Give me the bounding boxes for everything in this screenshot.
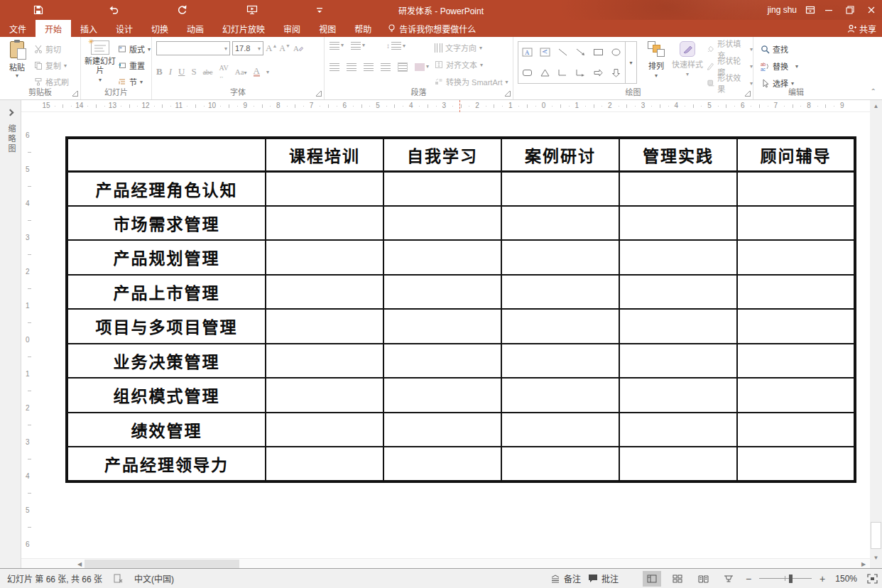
table-empty-cell[interactable]	[619, 309, 737, 344]
copy-button[interactable]: 复制 ▾	[34, 58, 69, 72]
table-empty-cell[interactable]	[737, 171, 855, 206]
table-row-label[interactable]: 业务决策管理	[67, 344, 266, 379]
table-row-label[interactable]: 产品经理角色认知	[67, 171, 266, 206]
fit-slide-to-window-icon[interactable]	[867, 574, 878, 584]
table-corner-cell[interactable]	[67, 138, 266, 171]
tab-开始[interactable]: 开始	[36, 20, 71, 37]
slideshow-view-button[interactable]	[719, 571, 738, 587]
table-empty-cell[interactable]	[737, 413, 855, 447]
table-empty-cell[interactable]	[737, 309, 855, 344]
font-color-dropdown[interactable]: ▾	[266, 69, 269, 75]
shape-fill-button[interactable]: 形状填充▾	[707, 42, 753, 56]
underline-button[interactable]: U	[178, 66, 185, 77]
save-icon[interactable]	[31, 3, 45, 17]
horizontal-scrollbar[interactable]: ◀ ▶	[21, 558, 870, 568]
table-empty-cell[interactable]	[501, 309, 619, 344]
scroll-right-icon[interactable]: ▶	[859, 559, 869, 569]
notes-button[interactable]: 备注	[550, 572, 581, 584]
tab-帮助[interactable]: 帮助	[345, 20, 381, 37]
table-empty-cell[interactable]	[266, 413, 383, 447]
align-left-button[interactable]	[330, 63, 339, 71]
comments-button[interactable]: 批注	[588, 572, 619, 584]
zoom-out-button[interactable]: −	[745, 573, 752, 584]
table-header-cell[interactable]: 管理实践	[619, 138, 737, 171]
strikethrough-button[interactable]: abc	[203, 68, 213, 76]
tab-动画[interactable]: 动画	[178, 20, 213, 37]
columns-button[interactable]	[398, 62, 408, 72]
table-empty-cell[interactable]	[737, 240, 855, 275]
zoom-slider[interactable]	[759, 571, 812, 587]
table-row-label[interactable]: 产品上市管理	[67, 275, 266, 310]
table-header-cell[interactable]: 课程培训	[266, 138, 383, 171]
tab-插入[interactable]: 插入	[71, 20, 107, 37]
bold-button[interactable]: B	[156, 66, 163, 77]
table-empty-cell[interactable]	[266, 344, 383, 379]
table-empty-cell[interactable]	[266, 275, 383, 310]
close-button[interactable]	[861, 0, 882, 20]
font-color-button[interactable]: A	[254, 67, 260, 77]
paste-button[interactable]: 粘贴 ▾	[4, 41, 30, 85]
table-empty-cell[interactable]	[501, 171, 619, 206]
tab-视图[interactable]: 视图	[310, 20, 345, 37]
table-empty-cell[interactable]	[619, 344, 737, 379]
table-header-cell[interactable]: 顾问辅导	[737, 138, 855, 171]
shrink-font-button[interactable]: A▼	[279, 43, 290, 54]
table-empty-cell[interactable]	[737, 344, 855, 379]
table-empty-cell[interactable]	[383, 309, 501, 344]
slide-counter[interactable]: 幻灯片 第 66 张, 共 66 张	[7, 572, 102, 584]
table-empty-cell[interactable]	[737, 447, 855, 481]
table-row-label[interactable]: 绩效管理	[67, 413, 266, 447]
tell-me-box[interactable]: 告诉我你想要做什么	[381, 20, 483, 37]
font-dialog-launcher[interactable]	[316, 91, 322, 97]
table-row-label[interactable]: 组织模式管理	[67, 378, 266, 413]
table-empty-cell[interactable]	[383, 378, 501, 413]
table-empty-cell[interactable]	[383, 275, 501, 310]
grow-font-button[interactable]: A▲	[266, 43, 277, 54]
align-right-button[interactable]	[364, 63, 374, 71]
tab-文件[interactable]: 文件	[0, 20, 36, 37]
vertical-scroll-thumb[interactable]	[871, 522, 881, 549]
font-name-combo[interactable]: ▾	[156, 41, 230, 55]
scroll-left-icon[interactable]: ◀	[75, 559, 85, 569]
table-empty-cell[interactable]	[383, 413, 501, 447]
table-empty-cell[interactable]	[383, 206, 501, 241]
table-empty-cell[interactable]	[619, 240, 737, 275]
table-empty-cell[interactable]	[266, 309, 383, 344]
undo-icon[interactable]	[107, 3, 121, 17]
table-empty-cell[interactable]	[737, 206, 855, 241]
table-empty-cell[interactable]	[501, 413, 619, 447]
slide-sorter-view-button[interactable]	[668, 571, 687, 587]
table-empty-cell[interactable]	[619, 206, 737, 241]
drawing-dialog-launcher[interactable]	[745, 91, 751, 97]
slide-table[interactable]: 课程培训自我学习案例研讨管理实践顾问辅导 产品经理角色认知市场需求管理产品规划管…	[65, 136, 856, 483]
numbering-button[interactable]: ▾	[351, 42, 365, 50]
table-row-label[interactable]: 市场需求管理	[67, 206, 266, 241]
tab-设计[interactable]: 设计	[107, 20, 142, 37]
bullets-button[interactable]: ▾	[330, 42, 344, 50]
table-empty-cell[interactable]	[383, 447, 501, 481]
line-spacing-button[interactable]: ↕▾	[386, 42, 405, 50]
zoom-slider-thumb[interactable]	[789, 575, 793, 583]
user-name[interactable]: jing shu	[768, 0, 797, 20]
table-header-cell[interactable]: 自我学习	[383, 138, 501, 171]
normal-view-button[interactable]	[643, 571, 661, 587]
table-empty-cell[interactable]	[501, 344, 619, 379]
horizontal-scroll-thumb[interactable]	[85, 560, 239, 568]
quick-styles-button[interactable]: 快速样式 ▾	[671, 41, 704, 87]
table-empty-cell[interactable]	[619, 378, 737, 413]
table-row-label[interactable]: 产品经理领导力	[67, 447, 266, 481]
clear-formatting-icon[interactable]: A	[293, 43, 303, 53]
table-empty-cell[interactable]	[266, 378, 383, 413]
add-remove-columns-button[interactable]: ▾	[415, 63, 429, 71]
language-indicator[interactable]: 中文(中国)	[134, 572, 174, 584]
tab-审阅[interactable]: 审阅	[274, 20, 310, 37]
table-empty-cell[interactable]	[619, 447, 737, 481]
reset-button[interactable]: 重置	[118, 58, 151, 72]
table-empty-cell[interactable]	[383, 240, 501, 275]
italic-button[interactable]: I	[169, 66, 172, 77]
restore-button[interactable]	[839, 0, 861, 20]
table-empty-cell[interactable]	[266, 206, 383, 241]
tab-切换[interactable]: 切换	[142, 20, 178, 37]
scroll-up-icon[interactable]: ▲	[870, 100, 882, 111]
table-empty-cell[interactable]	[501, 378, 619, 413]
